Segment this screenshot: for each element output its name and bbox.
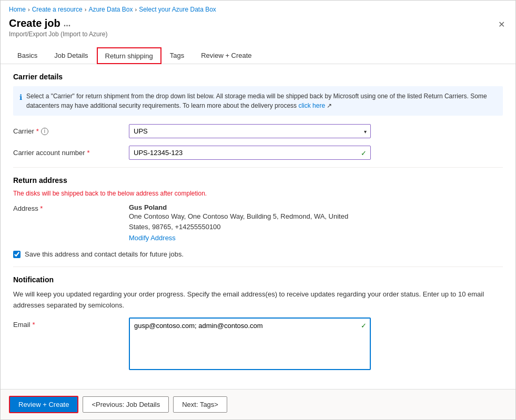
next-button[interactable]: Next: Tags> bbox=[173, 396, 227, 413]
save-address-row: Save this address and contact details fo… bbox=[13, 250, 503, 258]
carrier-control: UPS FedEx DHL ▾ bbox=[129, 124, 371, 138]
carrier-account-row: Carrier account number * ✓ bbox=[13, 146, 503, 160]
return-address-title: Return address bbox=[13, 176, 503, 185]
account-check-icon: ✓ bbox=[361, 149, 367, 157]
tab-review-create[interactable]: Review + Create bbox=[193, 47, 260, 64]
address-required: * bbox=[40, 204, 43, 212]
notification-title: Notification bbox=[13, 275, 503, 284]
email-textarea-wrapper: gusp@contoso.com; admin@contoso.com ✓ bbox=[129, 317, 371, 372]
info-icon: ℹ bbox=[19, 92, 22, 110]
footer: Review + Create <Previous: Job Details N… bbox=[1, 389, 515, 419]
carrier-info-box: ℹ Select a "Carrier" for return shipment… bbox=[13, 86, 503, 116]
title-area: Create job ... Import/Export Job (Import… bbox=[9, 17, 107, 38]
section-divider-1 bbox=[13, 167, 503, 168]
notification-section: Notification We will keep you updated re… bbox=[13, 275, 503, 372]
main-content: Carrier details ℹ Select a "Carrier" for… bbox=[1, 64, 515, 389]
tab-bar: Basics Job Details Return shipping Tags … bbox=[1, 42, 515, 64]
carrier-info-text: Select a "Carrier" for return shipment f… bbox=[26, 91, 497, 110]
carrier-account-control: ✓ bbox=[129, 146, 371, 160]
page-subtitle: Import/Export Job (Import to Azure) bbox=[9, 30, 107, 38]
page-title: Create job ... bbox=[9, 17, 107, 29]
tab-return-shipping[interactable]: Return shipping bbox=[97, 47, 161, 64]
carrier-account-input[interactable] bbox=[129, 146, 371, 160]
close-button[interactable]: ✕ bbox=[496, 17, 507, 32]
breadcrumb-select-data-box[interactable]: Select your Azure Data Box bbox=[139, 6, 216, 13]
page-header: Create job ... Import/Export Job (Import… bbox=[1, 15, 515, 38]
carrier-details-title: Carrier details bbox=[13, 73, 503, 81]
breadcrumb-create-resource[interactable]: Create a resource bbox=[32, 6, 83, 13]
tab-job-details[interactable]: Job Details bbox=[46, 47, 96, 64]
carrier-row: Carrier * i UPS FedEx DHL ▾ bbox=[13, 124, 503, 138]
address-detail: One Contoso Way, One Contoso Way, Buildi… bbox=[129, 211, 371, 232]
carrier-account-input-wrapper: ✓ bbox=[129, 146, 371, 160]
modify-address-link[interactable]: Modify Address bbox=[129, 234, 371, 242]
tab-tags[interactable]: Tags bbox=[161, 47, 193, 64]
address-row: Address * Gus Poland One Contoso Way, On… bbox=[13, 203, 503, 242]
address-content: Gus Poland One Contoso Way, One Contoso … bbox=[129, 203, 371, 242]
account-required: * bbox=[87, 149, 90, 157]
carrier-required: * bbox=[36, 127, 39, 135]
address-name: Gus Poland bbox=[129, 203, 371, 211]
return-address-section: Return address The disks will be shipped… bbox=[13, 176, 503, 242]
carrier-select-wrapper: UPS FedEx DHL ▾ bbox=[129, 124, 371, 138]
email-check-icon: ✓ bbox=[361, 322, 367, 330]
save-address-label: Save this address and contact details fo… bbox=[25, 250, 184, 258]
email-textarea[interactable]: gusp@contoso.com; admin@contoso.com bbox=[129, 317, 371, 370]
email-control: gusp@contoso.com; admin@contoso.com ✓ bbox=[129, 317, 371, 372]
carrier-info-circle[interactable]: i bbox=[41, 128, 48, 135]
email-required: * bbox=[33, 321, 35, 329]
carrier-label: Carrier * i bbox=[13, 124, 129, 135]
email-label: Email * bbox=[13, 317, 129, 329]
breadcrumb-azure-data-box[interactable]: Azure Data Box bbox=[88, 6, 133, 13]
address-label: Address * bbox=[13, 203, 129, 212]
more-options-icon[interactable]: ... bbox=[64, 19, 70, 28]
previous-button[interactable]: <Previous: Job Details bbox=[83, 396, 169, 413]
save-address-checkbox[interactable] bbox=[13, 251, 21, 258]
return-address-subtitle: The disks will be shipped back to the be… bbox=[13, 190, 503, 197]
section-divider-2 bbox=[13, 267, 503, 267]
breadcrumb: Home › Create a resource › Azure Data Bo… bbox=[1, 1, 515, 15]
email-row: Email * gusp@contoso.com; admin@contoso.… bbox=[13, 317, 503, 372]
click-here-link[interactable]: click here bbox=[298, 102, 325, 109]
carrier-select[interactable]: UPS FedEx DHL bbox=[129, 124, 371, 138]
breadcrumb-home[interactable]: Home bbox=[9, 6, 26, 13]
carrier-account-label: Carrier account number * bbox=[13, 146, 129, 157]
review-create-button[interactable]: Review + Create bbox=[9, 396, 78, 413]
main-window: Home › Create a resource › Azure Data Bo… bbox=[0, 0, 516, 420]
tab-basics[interactable]: Basics bbox=[9, 47, 46, 64]
notification-description: We will keep you updated regarding your … bbox=[13, 289, 503, 311]
